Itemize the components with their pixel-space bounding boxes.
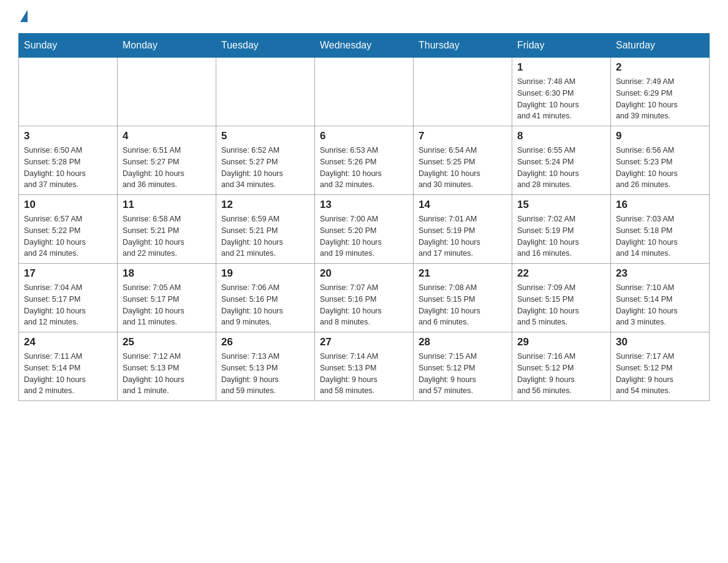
day-info: Sunrise: 7:17 AM Sunset: 5:12 PM Dayligh… [616,351,704,397]
calendar-cell: 10Sunrise: 6:57 AM Sunset: 5:22 PM Dayli… [19,195,118,264]
day-info: Sunrise: 7:03 AM Sunset: 5:18 PM Dayligh… [616,213,704,259]
calendar-cell: 11Sunrise: 6:58 AM Sunset: 5:21 PM Dayli… [118,195,216,264]
day-info: Sunrise: 7:10 AM Sunset: 5:14 PM Dayligh… [616,282,704,328]
calendar-cell: 16Sunrise: 7:03 AM Sunset: 5:18 PM Dayli… [611,195,710,264]
day-number: 8 [517,130,605,142]
page-header [18,12,710,21]
day-number: 28 [419,336,507,348]
calendar-cell: 14Sunrise: 7:01 AM Sunset: 5:19 PM Dayli… [414,195,512,264]
calendar-cell: 21Sunrise: 7:08 AM Sunset: 5:15 PM Dayli… [414,264,512,332]
calendar-cell: 20Sunrise: 7:07 AM Sunset: 5:16 PM Dayli… [315,264,414,332]
day-number: 26 [221,336,309,348]
day-info: Sunrise: 7:16 AM Sunset: 5:12 PM Dayligh… [517,351,605,397]
calendar-cell: 23Sunrise: 7:10 AM Sunset: 5:14 PM Dayli… [611,264,710,332]
day-number: 17 [24,267,112,280]
calendar-cell: 7Sunrise: 6:54 AM Sunset: 5:25 PM Daylig… [414,126,512,195]
day-number: 20 [320,267,408,280]
day-number: 11 [123,199,211,211]
day-number: 10 [24,199,112,211]
calendar-table: SundayMondayTuesdayWednesdayThursdayFrid… [18,33,710,401]
day-number: 3 [24,130,112,142]
calendar-cell [118,58,216,126]
day-info: Sunrise: 7:12 AM Sunset: 5:13 PM Dayligh… [123,351,211,397]
calendar-cell: 2Sunrise: 7:49 AM Sunset: 6:29 PM Daylig… [611,58,710,126]
day-info: Sunrise: 6:57 AM Sunset: 5:22 PM Dayligh… [24,213,112,259]
day-info: Sunrise: 7:02 AM Sunset: 5:19 PM Dayligh… [517,213,605,259]
day-info: Sunrise: 6:50 AM Sunset: 5:28 PM Dayligh… [24,145,112,191]
calendar-cell: 9Sunrise: 6:56 AM Sunset: 5:23 PM Daylig… [611,126,710,195]
day-number: 13 [320,199,408,211]
day-number: 22 [517,267,605,280]
weekday-header-sunday: Sunday [19,34,118,58]
day-number: 2 [616,61,704,74]
calendar-cell: 29Sunrise: 7:16 AM Sunset: 5:12 PM Dayli… [512,332,611,401]
day-number: 30 [616,336,704,348]
calendar-cell [216,58,315,126]
calendar-week-3: 10Sunrise: 6:57 AM Sunset: 5:22 PM Dayli… [19,195,710,264]
day-number: 14 [419,199,507,211]
weekday-header-tuesday: Tuesday [216,34,315,58]
day-number: 15 [517,199,605,211]
day-info: Sunrise: 7:08 AM Sunset: 5:15 PM Dayligh… [419,282,507,328]
calendar-cell [19,58,118,126]
calendar-cell: 6Sunrise: 6:53 AM Sunset: 5:26 PM Daylig… [315,126,414,195]
day-info: Sunrise: 6:56 AM Sunset: 5:23 PM Dayligh… [616,145,704,191]
weekday-header-wednesday: Wednesday [315,34,414,58]
calendar-cell: 15Sunrise: 7:02 AM Sunset: 5:19 PM Dayli… [512,195,611,264]
day-info: Sunrise: 6:59 AM Sunset: 5:21 PM Dayligh… [221,213,309,259]
calendar-cell: 19Sunrise: 7:06 AM Sunset: 5:16 PM Dayli… [216,264,315,332]
day-number: 1 [517,61,605,74]
day-number: 21 [419,267,507,280]
calendar-cell: 4Sunrise: 6:51 AM Sunset: 5:27 PM Daylig… [118,126,216,195]
day-info: Sunrise: 6:52 AM Sunset: 5:27 PM Dayligh… [221,145,309,191]
calendar-cell: 18Sunrise: 7:05 AM Sunset: 5:17 PM Dayli… [118,264,216,332]
day-number: 4 [123,130,211,142]
logo-triangle-icon [20,10,28,22]
day-info: Sunrise: 7:49 AM Sunset: 6:29 PM Dayligh… [616,76,704,122]
calendar-cell: 27Sunrise: 7:14 AM Sunset: 5:13 PM Dayli… [315,332,414,401]
day-number: 12 [221,199,309,211]
calendar-cell: 12Sunrise: 6:59 AM Sunset: 5:21 PM Dayli… [216,195,315,264]
day-number: 24 [24,336,112,348]
calendar-cell: 17Sunrise: 7:04 AM Sunset: 5:17 PM Dayli… [19,264,118,332]
calendar-cell: 30Sunrise: 7:17 AM Sunset: 5:12 PM Dayli… [611,332,710,401]
weekday-header-monday: Monday [118,34,216,58]
day-number: 27 [320,336,408,348]
calendar-cell: 3Sunrise: 6:50 AM Sunset: 5:28 PM Daylig… [19,126,118,195]
day-info: Sunrise: 6:55 AM Sunset: 5:24 PM Dayligh… [517,145,605,191]
day-info: Sunrise: 7:01 AM Sunset: 5:19 PM Dayligh… [419,213,507,259]
calendar-header-row: SundayMondayTuesdayWednesdayThursdayFrid… [19,34,710,58]
day-info: Sunrise: 7:00 AM Sunset: 5:20 PM Dayligh… [320,213,408,259]
day-info: Sunrise: 6:58 AM Sunset: 5:21 PM Dayligh… [123,213,211,259]
day-number: 23 [616,267,704,280]
day-info: Sunrise: 7:13 AM Sunset: 5:13 PM Dayligh… [221,351,309,397]
day-number: 9 [616,130,704,142]
day-info: Sunrise: 7:15 AM Sunset: 5:12 PM Dayligh… [419,351,507,397]
calendar-cell: 13Sunrise: 7:00 AM Sunset: 5:20 PM Dayli… [315,195,414,264]
day-info: Sunrise: 7:07 AM Sunset: 5:16 PM Dayligh… [320,282,408,328]
calendar-cell: 22Sunrise: 7:09 AM Sunset: 5:15 PM Dayli… [512,264,611,332]
day-number: 7 [419,130,507,142]
day-number: 29 [517,336,605,348]
calendar-cell: 28Sunrise: 7:15 AM Sunset: 5:12 PM Dayli… [414,332,512,401]
calendar-cell [414,58,512,126]
day-info: Sunrise: 7:11 AM Sunset: 5:14 PM Dayligh… [24,351,112,397]
weekday-header-saturday: Saturday [611,34,710,58]
calendar-week-1: 1Sunrise: 7:48 AM Sunset: 6:30 PM Daylig… [19,58,710,126]
calendar-cell: 26Sunrise: 7:13 AM Sunset: 5:13 PM Dayli… [216,332,315,401]
weekday-header-friday: Friday [512,34,611,58]
day-info: Sunrise: 7:14 AM Sunset: 5:13 PM Dayligh… [320,351,408,397]
day-number: 19 [221,267,309,280]
calendar-cell [315,58,414,126]
calendar-week-4: 17Sunrise: 7:04 AM Sunset: 5:17 PM Dayli… [19,264,710,332]
weekday-header-thursday: Thursday [414,34,512,58]
day-info: Sunrise: 7:05 AM Sunset: 5:17 PM Dayligh… [123,282,211,328]
day-info: Sunrise: 7:48 AM Sunset: 6:30 PM Dayligh… [517,76,605,122]
day-info: Sunrise: 7:09 AM Sunset: 5:15 PM Dayligh… [517,282,605,328]
calendar-cell: 25Sunrise: 7:12 AM Sunset: 5:13 PM Dayli… [118,332,216,401]
calendar-week-2: 3Sunrise: 6:50 AM Sunset: 5:28 PM Daylig… [19,126,710,195]
calendar-cell: 1Sunrise: 7:48 AM Sunset: 6:30 PM Daylig… [512,58,611,126]
day-number: 6 [320,130,408,142]
day-info: Sunrise: 7:06 AM Sunset: 5:16 PM Dayligh… [221,282,309,328]
day-number: 5 [221,130,309,142]
